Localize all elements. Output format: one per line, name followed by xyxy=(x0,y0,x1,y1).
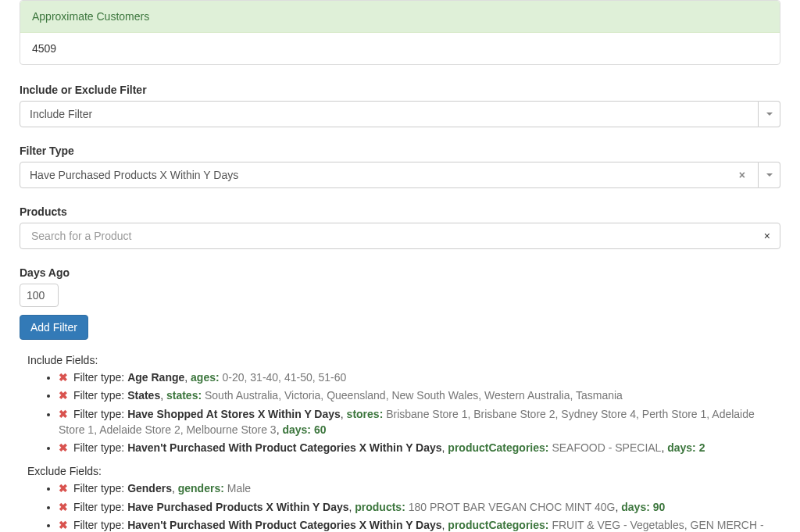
filter-value: 180 PROT BAR VEGAN CHOC MINT 40G xyxy=(409,501,616,513)
remove-filter-icon[interactable]: ✖ xyxy=(59,389,68,402)
filter-key: productCategories: xyxy=(448,441,548,454)
products-label: Products xyxy=(20,205,780,218)
include-fields-label: Include Fields: xyxy=(27,354,780,366)
filter-item: ✖ Filter type: Haven't Purchased With Pr… xyxy=(59,517,780,532)
include-exclude-selected: Include Filter xyxy=(30,108,92,120)
include-exclude-select[interactable]: Include Filter xyxy=(20,101,759,127)
days-ago-input[interactable] xyxy=(20,284,59,307)
filter-type-prefix: Filter type: xyxy=(73,482,127,495)
exclude-filter-list: ✖ Filter type: Genders, genders: Male✖ F… xyxy=(27,480,780,532)
include-exclude-label: Include or Exclude Filter xyxy=(20,84,780,96)
filter-item: ✖ Filter type: Haven't Purchased With Pr… xyxy=(59,440,780,455)
filter-type-value: States xyxy=(127,389,160,402)
filter-value: SEAFOOD - SPECIAL xyxy=(552,441,661,454)
approximate-customers-heading: Approximate Customers xyxy=(20,1,780,33)
remove-filter-icon[interactable]: ✖ xyxy=(59,501,68,513)
filter-type-group: Filter Type Have Purchased Products X Wi… xyxy=(20,145,780,188)
filter-type-value: Have Purchased Products X Within Y Days xyxy=(127,501,348,513)
include-exclude-group: Include or Exclude Filter Include Filter xyxy=(20,84,780,127)
exclude-fields-label: Exclude Fields: xyxy=(27,465,780,477)
products-group: Products × xyxy=(20,205,780,249)
filter-item: ✖ Filter type: Have Purchased Products X… xyxy=(59,499,780,515)
filter-item: ✖ Filter type: Have Shopped At Stores X … xyxy=(59,406,780,438)
filter-key: stores: xyxy=(347,408,384,420)
add-filter-button[interactable]: Add Filter xyxy=(20,315,88,340)
include-filters-section: Include Fields: ✖ Filter type: Age Range… xyxy=(20,354,780,532)
filter-type-prefix: Filter type: xyxy=(73,408,127,420)
filter-type-clear-icon[interactable]: × xyxy=(736,169,748,181)
filter-key: productCategories: xyxy=(448,519,548,531)
filter-key: days: xyxy=(667,441,696,454)
filter-value: South Australia, Victoria, Queensland, N… xyxy=(205,389,623,402)
filter-key: days: xyxy=(282,423,311,436)
products-search-wrap[interactable]: × xyxy=(20,223,780,249)
include-exclude-dropdown-toggle[interactable] xyxy=(759,101,780,127)
products-search-input[interactable] xyxy=(30,229,764,243)
filter-type-prefix: Filter type: xyxy=(73,501,127,513)
filter-value: 0-20, 31-40, 41-50, 51-60 xyxy=(223,371,347,384)
filter-item: ✖ Filter type: Age Range, ages: 0-20, 31… xyxy=(59,370,780,385)
filter-key: states: xyxy=(166,389,202,402)
filter-item: ✖ Filter type: States, states: South Aus… xyxy=(59,387,780,403)
filter-type-label: Filter Type xyxy=(20,145,780,157)
remove-filter-icon[interactable]: ✖ xyxy=(59,519,68,531)
products-clear-icon[interactable]: × xyxy=(764,230,770,242)
filter-type-value: Genders xyxy=(127,482,172,495)
filter-value: 90 xyxy=(653,501,666,513)
filter-value: 60 xyxy=(314,423,327,436)
approximate-customers-value: 4509 xyxy=(20,33,780,64)
filter-item: ✖ Filter type: Genders, genders: Male xyxy=(59,480,780,496)
approximate-customers-panel: Approximate Customers 4509 xyxy=(20,0,780,65)
chevron-down-icon xyxy=(766,173,773,177)
filter-type-prefix: Filter type: xyxy=(73,389,127,402)
filter-type-selected: Have Purchased Products X Within Y Days xyxy=(30,169,238,181)
include-filter-list: ✖ Filter type: Age Range, ages: 0-20, 31… xyxy=(27,370,780,455)
chevron-down-icon xyxy=(766,112,773,116)
filter-type-select[interactable]: Have Purchased Products X Within Y Days … xyxy=(20,162,759,188)
filter-key: genders: xyxy=(178,482,224,495)
remove-filter-icon[interactable]: ✖ xyxy=(59,371,68,384)
filter-value: Male xyxy=(227,482,251,495)
filter-value: 2 xyxy=(699,441,705,454)
remove-filter-icon[interactable]: ✖ xyxy=(59,408,68,420)
days-ago-label: Days Ago xyxy=(20,266,780,279)
days-ago-group: Days Ago xyxy=(20,266,780,307)
remove-filter-icon[interactable]: ✖ xyxy=(59,441,68,454)
filter-type-value: Haven't Purchased With Product Categorie… xyxy=(127,441,441,454)
filter-type-prefix: Filter type: xyxy=(73,519,127,531)
filter-type-value: Haven't Purchased With Product Categorie… xyxy=(127,519,441,531)
filter-type-value: Have Shopped At Stores X Within Y Days xyxy=(127,408,341,420)
filter-type-prefix: Filter type: xyxy=(73,441,127,454)
remove-filter-icon[interactable]: ✖ xyxy=(59,482,68,495)
filter-key: ages: xyxy=(191,371,220,384)
filter-type-dropdown-toggle[interactable] xyxy=(759,162,780,188)
filter-key: days: xyxy=(621,501,650,513)
filter-type-value: Age Range xyxy=(127,371,184,384)
filter-type-prefix: Filter type: xyxy=(73,371,127,384)
filter-key: products: xyxy=(355,501,405,513)
